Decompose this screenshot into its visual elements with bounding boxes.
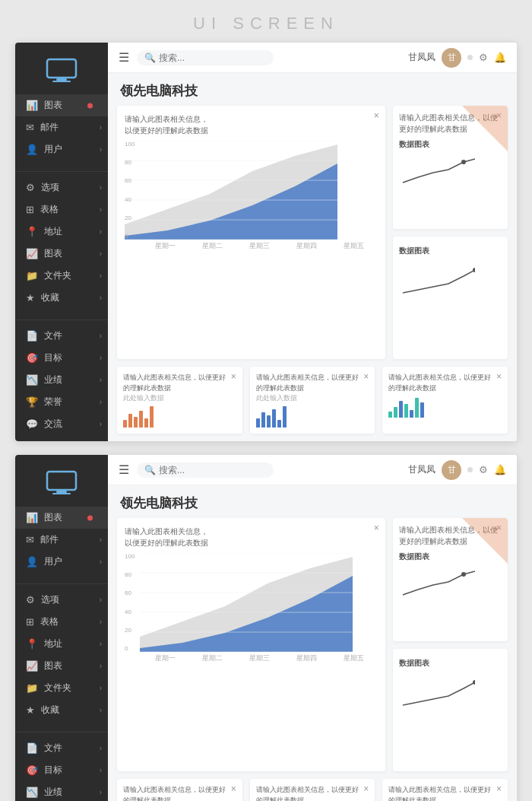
sidebar-item-table-b[interactable]: ⊞ 表格 › bbox=[15, 611, 108, 633]
sidebar-item-chart2-b[interactable]: 📈 图表 › bbox=[15, 655, 108, 677]
folder-icon-b: 📁 bbox=[26, 682, 38, 694]
star-icon-b: ★ bbox=[26, 704, 35, 716]
sidebar-item-file[interactable]: 📄 文件 › bbox=[15, 325, 108, 347]
chart-close-btn[interactable]: × bbox=[363, 371, 369, 382]
chart-close-btn[interactable]: × bbox=[374, 110, 379, 121]
arrow-icon: › bbox=[100, 420, 102, 428]
mini-line-chart bbox=[399, 156, 475, 186]
bell-icon[interactable]: 🔔 bbox=[494, 52, 506, 63]
bar bbox=[123, 420, 127, 428]
folder-icon: 📁 bbox=[26, 270, 38, 281]
page-title-area: UI SCREEN bbox=[0, 0, 532, 43]
search-input-2[interactable] bbox=[159, 465, 266, 475]
target-icon: 🎯 bbox=[26, 352, 38, 364]
sidebar-item-options[interactable]: ⚙ 选项 › bbox=[15, 176, 108, 199]
gear-icon-2[interactable]: ⚙ bbox=[479, 464, 488, 475]
bottom-card-desc: 请输入此图表相关信息，以便更好的理解此表数据 bbox=[388, 373, 495, 393]
sidebar-item-mail[interactable]: ✉ 邮件 › bbox=[15, 116, 108, 138]
monitor-icon-2 bbox=[45, 470, 78, 494]
bar bbox=[134, 417, 138, 428]
sidebar-item-user-b[interactable]: 👤 用户 › bbox=[15, 551, 108, 573]
file-icon: 📄 bbox=[26, 330, 38, 342]
triangle-deco-b bbox=[462, 518, 508, 564]
sidebar-item-address-b[interactable]: 📍 地址 › bbox=[15, 633, 108, 655]
bar bbox=[410, 410, 413, 418]
chart-close-btn-4[interactable]: × bbox=[231, 784, 236, 794]
bar bbox=[128, 414, 132, 428]
main-chart-card: × 请输入此图表相关信息，以便更好的理解此表数据 100 80 60 40 20… bbox=[117, 106, 385, 359]
sidebar-item-address[interactable]: 📍 地址 › bbox=[15, 221, 108, 243]
search-bar[interactable]: 🔍 bbox=[137, 50, 274, 65]
sidebar-item-perf-b[interactable]: 📉 业绩 › bbox=[15, 781, 108, 801]
chart-close-btn-6[interactable]: × bbox=[496, 784, 502, 794]
sidebar-item-star-b[interactable]: ★ 收藏 › bbox=[15, 699, 108, 721]
chart-close-btn[interactable]: × bbox=[496, 371, 502, 382]
chart-close-btn-2[interactable]: × bbox=[374, 523, 379, 533]
charts-area: × 请输入此图表相关信息，以便更好的理解此表数据 100 80 60 40 20… bbox=[108, 106, 517, 367]
star-icon: ★ bbox=[26, 292, 35, 304]
sidebar-item-folder[interactable]: 📁 文件夹 › bbox=[15, 265, 108, 287]
sidebar-item-star[interactable]: ★ 收藏 › bbox=[15, 287, 108, 309]
sidebar-group-2b: ⚙ 选项 › ⊞ 表格 › 📍 地址 › 📈 图表 › 📁 文件夹 bbox=[15, 589, 108, 727]
search-input[interactable] bbox=[159, 52, 266, 63]
sidebar-item-target[interactable]: 🎯 目标 › bbox=[15, 347, 108, 369]
arrow-icon: › bbox=[100, 183, 102, 192]
bottom-card-3: × 请输入此图表相关信息，以便更好的理解此表数据 bbox=[382, 367, 508, 434]
sidebar-item-chart[interactable]: 📊 图表 bbox=[15, 94, 108, 116]
sidebar-item-chart-b[interactable]: 📊 图表 bbox=[15, 507, 108, 529]
chart2-icon-b: 📈 bbox=[26, 660, 38, 672]
bar bbox=[139, 411, 143, 428]
svg-rect-1 bbox=[56, 78, 67, 81]
sidebar-item-folder-b[interactable]: 📁 文件夹 › bbox=[15, 677, 108, 699]
sidebar-item-honor[interactable]: 🏆 荣誉 › bbox=[15, 391, 108, 413]
arrow-icon: › bbox=[100, 227, 102, 236]
sidebar-item-perf[interactable]: 📉 业绩 › bbox=[15, 369, 108, 391]
file-icon-b: 📄 bbox=[26, 742, 38, 754]
location-icon-b: 📍 bbox=[26, 638, 38, 650]
bottom-card-3b: × 请输入此图表相关信息，以便更好的理解此表数据 bbox=[382, 779, 508, 801]
sidebar-group-2: ⚙ 选项 › ⊞ 表格 › 📍 地址 › 📈 图表 › 📁 文件夹 bbox=[15, 176, 108, 315]
svg-rect-0 bbox=[47, 59, 76, 78]
bar bbox=[144, 418, 148, 428]
sidebar-item-file-b[interactable]: 📄 文件 › bbox=[15, 737, 108, 759]
table-icon: ⊞ bbox=[26, 204, 34, 215]
search-bar-2[interactable]: 🔍 bbox=[137, 462, 274, 478]
svg-rect-2 bbox=[52, 81, 71, 82]
menu-icon[interactable]: ☰ bbox=[119, 50, 129, 65]
arrow-icon-b: › bbox=[100, 640, 102, 648]
avatar-2: 甘 bbox=[442, 460, 461, 480]
arrow-icon-b: › bbox=[100, 766, 102, 774]
bell-icon-2[interactable]: 🔔 bbox=[494, 464, 506, 475]
bar bbox=[415, 398, 419, 418]
sidebar-divider-2 bbox=[15, 319, 108, 320]
chart-close-btn[interactable]: × bbox=[231, 371, 236, 382]
mail-icon-b: ✉ bbox=[26, 534, 34, 545]
chart-desc: 请输入此图表相关信息，以便更好的理解此表数据 bbox=[125, 113, 231, 136]
bottom-card-desc: 请输入此图表相关信息，以便更好的理解此表数据 bbox=[256, 373, 363, 393]
sidebar-divider-2b bbox=[15, 732, 108, 733]
sidebar-group-3b: 📄 文件 › 🎯 目标 › 📉 业绩 › 🏆 荣誉 › 💬 交流 bbox=[15, 737, 108, 801]
sidebar-item-target-b[interactable]: 🎯 目标 › bbox=[15, 759, 108, 781]
sidebar-item-options-b[interactable]: ⚙ 选项 › bbox=[15, 589, 108, 611]
bottom-card-1b: × 请输入此图表相关信息，以便更好的理解此表数据 此处输入数据 bbox=[117, 779, 242, 801]
arrow-icon-b: › bbox=[100, 558, 102, 566]
sidebar-item-user[interactable]: 👤 用户 › bbox=[15, 138, 108, 161]
bottom-card-desc-2b: 请输入此图表相关信息，以便更好的理解此表数据 bbox=[256, 785, 363, 801]
bottom-card-desc: 请输入此图表相关信息，以便更好的理解此表数据 bbox=[123, 373, 230, 393]
arrow-icon: › bbox=[100, 145, 102, 154]
arrow-icon: › bbox=[100, 398, 102, 406]
arrow-icon-b: › bbox=[100, 744, 102, 752]
sidebar-item-chat[interactable]: 💬 交流 › bbox=[15, 413, 108, 435]
chart-close-btn-5[interactable]: × bbox=[363, 784, 369, 794]
bar bbox=[256, 418, 260, 428]
bar bbox=[283, 406, 287, 428]
options-icon: ⚙ bbox=[26, 182, 35, 193]
sidebar-item-mail-b[interactable]: ✉ 邮件 › bbox=[15, 529, 108, 551]
sidebar-item-table[interactable]: ⊞ 表格 › bbox=[15, 199, 108, 221]
area-chart-svg-2 bbox=[140, 553, 353, 652]
gear-icon[interactable]: ⚙ bbox=[479, 52, 488, 63]
user-icon-b: 👤 bbox=[26, 556, 38, 567]
sidebar-item-chart2[interactable]: 📈 图表 › bbox=[15, 243, 108, 265]
menu-icon-2[interactable]: ☰ bbox=[119, 462, 129, 477]
sidebar-logo-2 bbox=[15, 464, 108, 507]
